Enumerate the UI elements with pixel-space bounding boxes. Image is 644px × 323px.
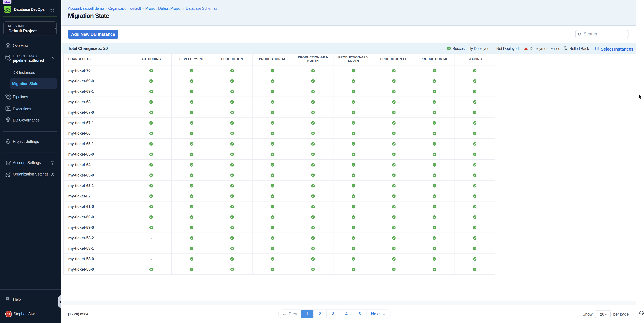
svg-text:?: ? [7,297,8,300]
